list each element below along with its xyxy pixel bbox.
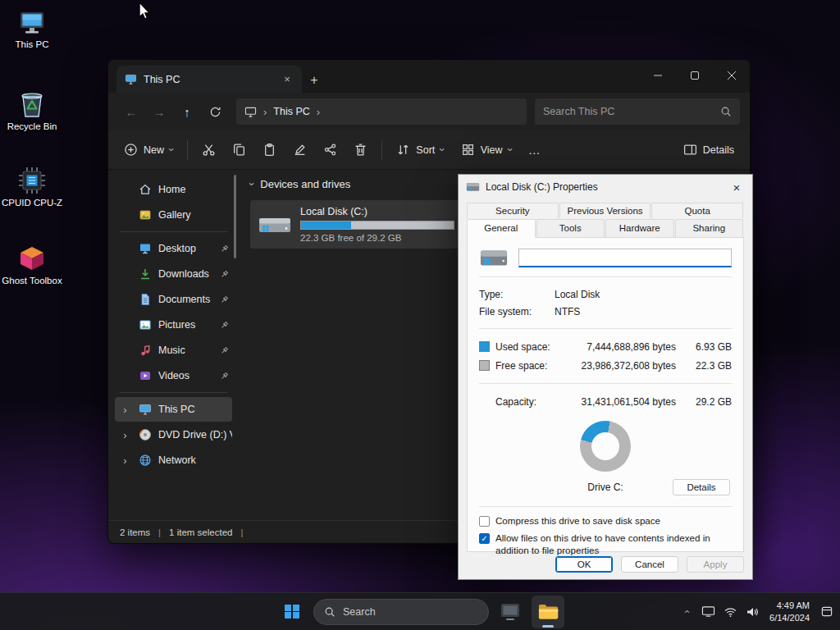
sidebar-item-label: DVD Drive (D:) V <box>158 429 232 441</box>
sidebar-item-music[interactable]: Music <box>115 338 232 363</box>
sidebar-item-videos[interactable]: Videos <box>115 363 232 388</box>
checkbox-compress-drive[interactable] <box>479 516 490 527</box>
paste-button[interactable] <box>255 136 284 164</box>
capacity-bytes: 31,431,061,504 bytes <box>566 396 681 408</box>
maximize-button[interactable] <box>676 60 713 91</box>
delete-button[interactable] <box>346 136 375 164</box>
cancel-button[interactable]: Cancel <box>621 556 678 573</box>
drive-local-disk-c[interactable]: Local Disk (C:) 22.3 GB free of 29.2 GB <box>250 200 462 249</box>
taskbar-search[interactable] <box>313 599 489 625</box>
share-button[interactable] <box>316 136 345 164</box>
desktop-icon-cpuz[interactable]: CPUID CPU-Z <box>0 167 64 209</box>
capacity-size: 29.2 GB <box>681 396 732 408</box>
pin-icon <box>220 295 229 304</box>
sidebar-item-gallery[interactable]: Gallery <box>115 203 232 227</box>
dialog-titlebar[interactable]: Local Disk (C:) Properties × <box>459 175 752 199</box>
sidebar-item-desktop[interactable]: Desktop <box>115 236 232 261</box>
ok-button[interactable]: OK <box>555 556 613 573</box>
breadcrumb-separator[interactable]: › <box>317 107 320 117</box>
tab-strip: This PC × + <box>108 60 750 93</box>
chevron-down-icon: › <box>504 148 515 151</box>
cut-button[interactable] <box>194 136 223 164</box>
selected-count: 1 item selected <box>169 527 232 537</box>
up-icon[interactable]: ↑ <box>174 98 200 125</box>
this-pc-icon <box>125 74 137 84</box>
hidden-icons-chevron[interactable]: › <box>678 600 694 623</box>
free-space-label: Free space: <box>495 360 566 372</box>
details-pane-label: Details <box>703 144 734 156</box>
dialog-title: Local Disk (C:) Properties <box>486 181 715 193</box>
taskbar-search-input[interactable] <box>343 606 478 618</box>
divider <box>381 140 382 160</box>
tab-quota[interactable]: Quota <box>651 203 743 218</box>
tab-security[interactable]: Security <box>467 203 559 218</box>
tab-general[interactable]: General <box>467 219 536 238</box>
tab-tools[interactable]: Tools <box>536 219 605 238</box>
tab-hardware[interactable]: Hardware <box>605 219 674 238</box>
chevron-right-icon[interactable]: › <box>119 455 131 466</box>
search-input[interactable] <box>543 106 714 117</box>
new-tab-button[interactable]: + <box>302 68 326 93</box>
properties-dialog[interactable]: Local Disk (C:) Properties × Security Pr… <box>458 174 753 580</box>
sort-button[interactable]: Sort › <box>389 136 451 164</box>
tab-previous-versions[interactable]: Previous Versions <box>559 203 651 218</box>
breadcrumb-location[interactable]: This PC <box>273 106 309 117</box>
taskbar: › 4:49 AM 6/14/2024 <box>0 592 840 630</box>
desktop-icon-recycle-bin[interactable]: Recycle Bin <box>0 89 64 133</box>
this-pc-icon <box>244 107 257 117</box>
copy-button[interactable] <box>225 136 253 164</box>
details-button[interactable]: Details <box>673 479 730 495</box>
sidebar-item-label: Desktop <box>158 243 196 254</box>
breadcrumb[interactable]: › This PC › <box>236 98 527 125</box>
rename-button[interactable] <box>285 136 314 164</box>
documents-icon <box>138 293 152 307</box>
explorer-search-box[interactable] <box>535 98 740 125</box>
sidebar-scrollbar[interactable] <box>234 175 236 258</box>
volume-icon[interactable] <box>744 600 760 623</box>
refresh-icon[interactable] <box>202 98 228 125</box>
taskbar-clock[interactable]: 4:49 AM 6/14/2024 <box>769 600 810 624</box>
checkbox-allow-indexing[interactable]: ✓ <box>479 533 490 544</box>
sidebar-item-documents[interactable]: Documents <box>115 287 232 312</box>
close-button[interactable] <box>713 60 750 91</box>
downloads-icon <box>138 267 152 281</box>
sidebar-item-home[interactable]: Home <box>115 177 232 202</box>
sidebar-item-this-pc[interactable]: › This PC <box>115 397 232 422</box>
back-icon[interactable]: ← <box>118 98 144 125</box>
taskbar-app-window[interactable] <box>494 596 527 628</box>
explorer-tab-this-pc[interactable]: This PC × <box>116 66 302 93</box>
this-pc-icon <box>17 10 47 36</box>
sidebar-item-pictures[interactable]: Pictures <box>115 313 232 337</box>
sidebar-item-network[interactable]: › Network <box>115 448 232 472</box>
chevron-right-icon[interactable]: › <box>119 430 131 441</box>
forward-icon[interactable]: → <box>146 98 172 125</box>
pin-icon <box>220 244 229 253</box>
chevron-right-icon[interactable]: › <box>119 404 131 415</box>
tab-sharing[interactable]: Sharing <box>675 219 744 238</box>
wifi-icon[interactable] <box>722 600 738 623</box>
taskbar-file-explorer[interactable] <box>532 596 564 628</box>
tab-control: Security Previous Versions Quota General… <box>459 199 752 237</box>
view-button[interactable]: View › <box>454 136 519 164</box>
type-label: Type: <box>479 289 555 300</box>
notification-icon[interactable] <box>819 600 835 623</box>
sidebar-item-label: Music <box>158 345 185 356</box>
drive-usage-fill <box>301 221 351 229</box>
sidebar-item-dvd-drive[interactable]: › DVD Drive (D:) V <box>115 422 232 447</box>
apply-button[interactable]: Apply <box>687 556 744 573</box>
start-button[interactable] <box>276 596 308 628</box>
desktop-icon-this-pc[interactable]: This PC <box>0 10 64 51</box>
used-space-bytes: 7,444,688,896 bytes <box>566 341 681 353</box>
minimize-button[interactable] <box>639 60 676 91</box>
volume-label-input[interactable] <box>518 249 732 267</box>
close-icon[interactable]: × <box>721 175 752 199</box>
new-button[interactable]: New › <box>116 136 180 164</box>
separator <box>479 506 732 507</box>
tab-close-icon[interactable]: × <box>281 73 294 85</box>
sidebar-item-downloads[interactable]: Downloads <box>115 262 232 286</box>
details-pane-button[interactable]: Details <box>676 136 742 164</box>
cast-icon[interactable] <box>700 600 716 623</box>
desktop-icon-ghost-toolbox[interactable]: Ghost Toolbox <box>0 244 64 287</box>
chevron-collapse-icon[interactable]: › <box>247 182 258 185</box>
more-options-button[interactable]: … <box>521 136 549 164</box>
